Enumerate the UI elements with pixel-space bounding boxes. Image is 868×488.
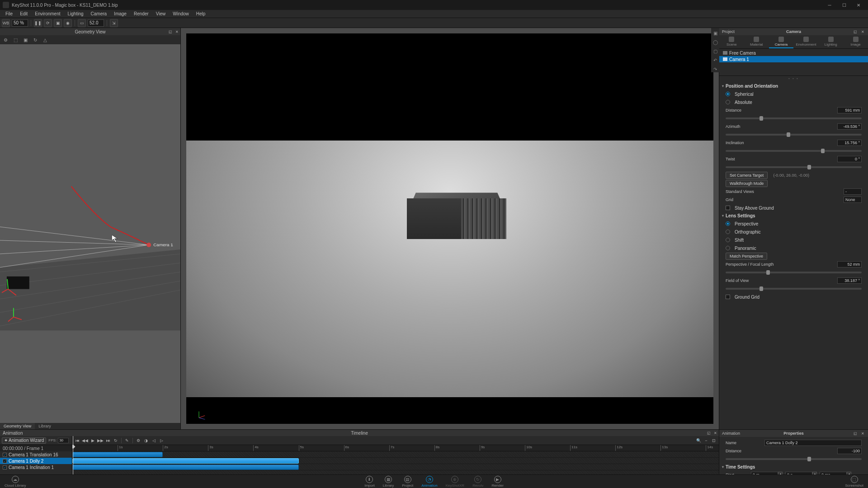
- search-icon[interactable]: 🔍: [695, 437, 702, 444]
- menu-help[interactable]: Help: [193, 10, 209, 18]
- camera-icon[interactable]: ▣: [22, 36, 29, 43]
- focal-length-input[interactable]: 52 mm: [837, 261, 862, 267]
- side-cube-icon[interactable]: ▣: [712, 30, 718, 36]
- side-box-icon[interactable]: ▢: [712, 48, 718, 54]
- ground-grid-checkbox[interactable]: [726, 295, 730, 299]
- step-back-icon[interactable]: ◀◀: [82, 437, 88, 444]
- radio-perspective[interactable]: [726, 221, 730, 226]
- wb-button[interactable]: WB: [2, 19, 10, 27]
- distance-slider[interactable]: [726, 117, 862, 119]
- side-redo-icon[interactable]: ↷: [712, 66, 718, 72]
- gear-icon[interactable]: ⚙: [2, 36, 9, 43]
- twist-input[interactable]: 0 °: [837, 156, 862, 162]
- cloud-library-button[interactable]: ☁ Cloud Library: [5, 476, 26, 488]
- anim-name-input[interactable]: [764, 440, 862, 446]
- section-time-settings[interactable]: Time Settings: [722, 463, 865, 471]
- prev-key-icon[interactable]: ◁: [151, 437, 157, 444]
- timeline-ruler[interactable]: 1s 2s 3s 4s 5s 6s 7s 8s 9s 10s 11s 12s 1…: [72, 445, 719, 451]
- cube-icon[interactable]: ▣: [54, 19, 62, 27]
- next-key-icon[interactable]: ▷: [158, 437, 165, 444]
- settings-icon[interactable]: ⚙: [135, 437, 142, 444]
- loop-icon[interactable]: ↻: [113, 437, 119, 444]
- section-lens[interactable]: Lens Settings: [722, 212, 865, 220]
- menu-image[interactable]: Image: [110, 10, 130, 18]
- tab-camera[interactable]: Camera: [769, 35, 794, 48]
- gripper[interactable]: • • •: [719, 76, 868, 80]
- close-properties-icon[interactable]: ✕: [860, 431, 865, 436]
- geometry-viewport[interactable]: Camera 1: [0, 44, 180, 423]
- stay-above-ground-checkbox[interactable]: [726, 206, 730, 210]
- refresh-geo-icon[interactable]: ↻: [32, 36, 39, 43]
- tab-scene[interactable]: Scene: [719, 35, 744, 48]
- tab-lighting[interactable]: Lighting: [818, 35, 843, 48]
- fps-input[interactable]: [58, 438, 69, 443]
- tab-library[interactable]: Library: [35, 423, 55, 429]
- globe-icon[interactable]: ◉: [64, 19, 72, 27]
- screenshot-button[interactable]: ⬚ Screenshot: [845, 476, 863, 488]
- preview-icon[interactable]: ◑: [143, 437, 149, 444]
- animation-wizard-button[interactable]: ✦Animation Wizard: [2, 437, 46, 444]
- azimuth-input[interactable]: -49.536 °: [837, 123, 862, 130]
- track-enable-checkbox[interactable]: [3, 465, 7, 469]
- bb-animation[interactable]: ◔Animation: [421, 476, 438, 488]
- camera-item-free[interactable]: Free Camera: [719, 50, 868, 56]
- menu-camera[interactable]: Camera: [87, 10, 111, 18]
- minimize-button[interactable]: ─: [823, 1, 836, 9]
- lock-aspect-icon[interactable]: ⇲: [110, 19, 118, 27]
- radio-spherical[interactable]: [726, 92, 730, 96]
- track-enable-checkbox[interactable]: [3, 459, 7, 463]
- tab-geometry-view[interactable]: Geometry View: [0, 423, 35, 429]
- set-camera-target-button[interactable]: Set Camera Target: [726, 172, 768, 179]
- close-timeline-icon[interactable]: ✕: [712, 430, 718, 436]
- fov-input[interactable]: 38.187 °: [837, 277, 862, 284]
- measure-icon[interactable]: △: [42, 36, 49, 43]
- anim-distance-slider[interactable]: [726, 458, 862, 460]
- clip-translation[interactable]: [72, 452, 163, 457]
- playhead[interactable]: [73, 436, 73, 474]
- radio-orthographic[interactable]: [726, 230, 730, 234]
- fov-slider[interactable]: [726, 288, 862, 290]
- undock-timeline-icon[interactable]: ◱: [706, 430, 712, 436]
- focal-slider[interactable]: [726, 272, 862, 273]
- play-icon[interactable]: ▶: [90, 437, 96, 444]
- menu-file[interactable]: File: [2, 10, 16, 18]
- radio-panoramic[interactable]: [726, 246, 730, 250]
- menu-window[interactable]: Window: [169, 10, 193, 18]
- pause-icon[interactable]: ❚❚: [34, 19, 42, 27]
- camera-item-camera1[interactable]: Camera 1: [719, 56, 868, 62]
- track-label-dolly[interactable]: Camera 1 Dolly 2: [0, 458, 72, 464]
- undock-project-icon[interactable]: ◱: [853, 29, 858, 34]
- match-perspective-button[interactable]: Match Perspective: [726, 253, 767, 260]
- maximize-button[interactable]: ☐: [837, 1, 851, 9]
- inclination-slider[interactable]: [726, 150, 862, 152]
- tab-image[interactable]: Image: [843, 35, 868, 48]
- walkthrough-button[interactable]: Walkthrough Mode: [726, 180, 768, 187]
- track-label-inclination[interactable]: Camera 1 Inclination 1: [0, 464, 72, 470]
- close-panel-icon[interactable]: ✕: [174, 29, 179, 34]
- go-end-icon[interactable]: ⏭: [105, 437, 111, 444]
- menu-render[interactable]: Render: [130, 10, 152, 18]
- azimuth-slider[interactable]: [726, 134, 862, 136]
- view-icon[interactable]: ⬚: [12, 36, 19, 43]
- menu-lighting[interactable]: Lighting: [64, 10, 87, 18]
- zoom-fit-icon[interactable]: ⊡: [711, 437, 717, 444]
- undock-properties-icon[interactable]: ◱: [853, 431, 858, 436]
- timeline-tracks[interactable]: ⏮ ◀◀ ▶ ▶▶ ⏭ ↻ ✎ ⚙ ◑ ◁ ▷ 🔍 − ⊡ 1s 2s: [72, 436, 719, 474]
- step-fwd-icon[interactable]: ▶▶: [97, 437, 104, 444]
- twist-slider[interactable]: [726, 166, 862, 168]
- section-position[interactable]: Position and Orientation: [722, 82, 865, 90]
- track-label-translation[interactable]: Camera 1 Translation 16: [0, 451, 72, 458]
- side-undo-icon[interactable]: ↶: [712, 57, 718, 63]
- axis-widget[interactable]: [194, 407, 208, 420]
- bb-render[interactable]: ▶Render: [492, 476, 504, 488]
- region-icon[interactable]: ▭: [78, 19, 86, 27]
- focal-input[interactable]: [88, 19, 104, 27]
- bb-library[interactable]: ▦Library: [383, 476, 394, 488]
- radio-absolute[interactable]: [726, 100, 730, 104]
- bb-project[interactable]: ▤Project: [402, 476, 413, 488]
- inclination-input[interactable]: 15.756 °: [837, 140, 862, 146]
- tab-material[interactable]: Material: [744, 35, 769, 48]
- close-project-icon[interactable]: ✕: [860, 29, 865, 34]
- close-button[interactable]: ✕: [852, 1, 865, 9]
- undock-icon[interactable]: ◱: [168, 29, 173, 34]
